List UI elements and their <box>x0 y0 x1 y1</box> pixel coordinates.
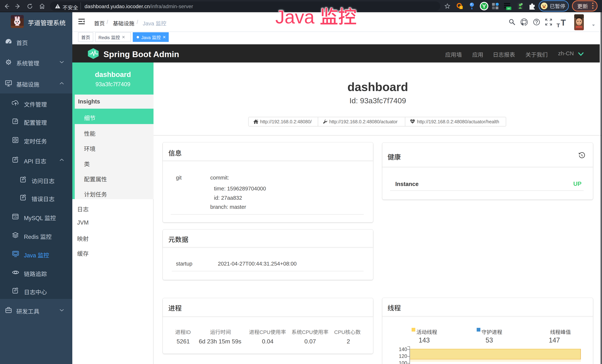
svg-text:on: on <box>507 7 510 10</box>
svg-text:1: 1 <box>460 6 462 9</box>
